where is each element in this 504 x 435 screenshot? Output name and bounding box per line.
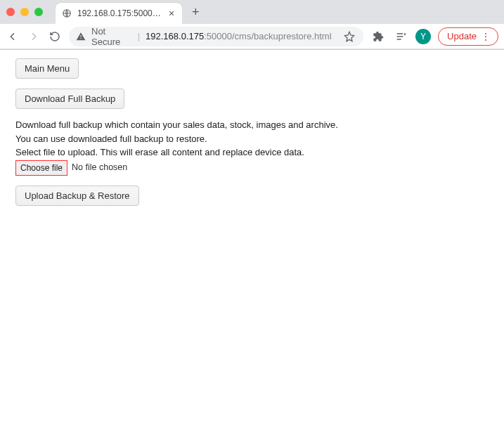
upload-restore-button[interactable]: Upload Backup & Restore: [15, 186, 139, 206]
description-line-1: Download full backup which contain your …: [15, 119, 489, 131]
close-tab-icon[interactable]: ×: [167, 8, 176, 19]
tab-title: 192.168.0.175:50000/cms/bac: [77, 8, 162, 18]
profile-avatar[interactable]: Y: [415, 29, 431, 44]
menu-dots-icon: ⋮: [481, 31, 491, 42]
tab-strip: 192.168.0.175:50000/cms/bac × +: [0, 0, 504, 24]
divider: |: [138, 31, 140, 41]
file-input-row: Choose file No file chosen: [15, 160, 489, 176]
close-window-icon[interactable]: [6, 8, 15, 16]
maximize-window-icon[interactable]: [34, 8, 43, 16]
file-status-text: No file chosen: [72, 162, 127, 174]
description-line-2: You can use downloaded full backup to re…: [15, 133, 489, 145]
reading-list-icon[interactable]: [393, 29, 408, 44]
page-content: Main Menu Download Full Backup Download …: [0, 50, 504, 224]
download-backup-button[interactable]: Download Full Backup: [15, 89, 124, 109]
warning-icon: [76, 32, 86, 41]
url-path: :50000/cms/backuprestore.html: [204, 31, 331, 41]
minimize-window-icon[interactable]: [20, 8, 29, 16]
main-menu-button[interactable]: Main Menu: [15, 58, 79, 79]
browser-chrome: 192.168.0.175:50000/cms/bac × + Not Secu…: [0, 0, 504, 50]
window-controls: [6, 8, 43, 16]
avatar-letter: Y: [420, 32, 426, 41]
choose-file-button[interactable]: Choose file: [15, 160, 67, 176]
globe-icon: [61, 8, 72, 19]
star-icon[interactable]: [343, 29, 357, 44]
extensions-icon[interactable]: [370, 29, 386, 44]
new-tab-button[interactable]: +: [188, 5, 204, 20]
url-text: 192.168.0.175:50000/cms/backuprestore.ht…: [146, 31, 332, 41]
security-label: Not Secure: [91, 26, 132, 47]
update-button[interactable]: Update ⋮: [438, 27, 498, 46]
url-host: 192.168.0.175: [146, 31, 204, 41]
address-input[interactable]: Not Secure | 192.168.0.175:50000/cms/bac…: [69, 27, 363, 46]
update-label: Update: [447, 31, 477, 41]
forward-button[interactable]: [27, 30, 41, 44]
browser-tab[interactable]: 192.168.0.175:50000/cms/bac ×: [56, 3, 182, 24]
back-button[interactable]: [6, 30, 20, 44]
reload-button[interactable]: [48, 30, 62, 44]
description-line-3: Select file to upload. This will erase a…: [15, 146, 489, 159]
address-bar: Not Secure | 192.168.0.175:50000/cms/bac…: [0, 24, 504, 49]
